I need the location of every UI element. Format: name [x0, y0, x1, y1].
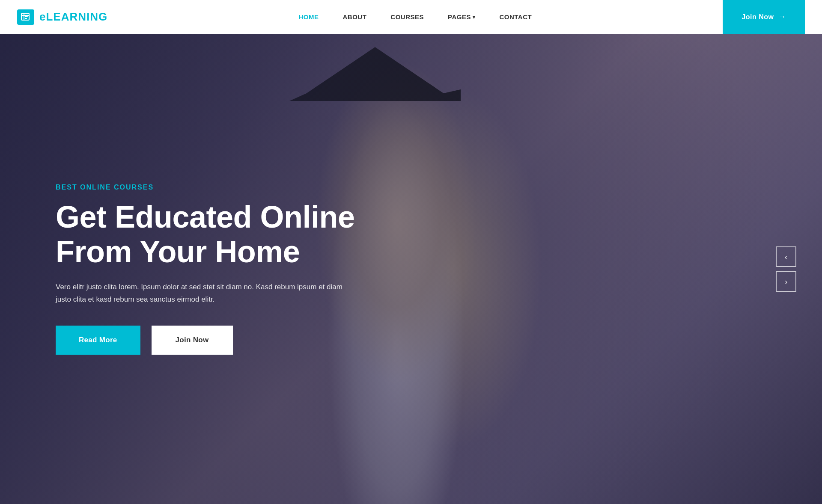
logo[interactable]: eLEARNING: [17, 9, 107, 25]
svg-rect-3: [25, 16, 28, 17]
carousel-arrows: ‹ ›: [776, 246, 796, 292]
read-more-button[interactable]: Read More: [56, 326, 140, 355]
svg-rect-4: [25, 18, 27, 19]
join-now-button[interactable]: Join Now: [152, 326, 233, 355]
main-nav: HOME ABOUT COURSES PAGES ▾ CONTACT: [287, 0, 544, 34]
chevron-down-icon: ▾: [473, 15, 476, 20]
header-join-now-button[interactable]: Join Now →: [723, 0, 805, 34]
hero-buttons: Read More Join Now: [56, 326, 355, 355]
carousel-prev-button[interactable]: ‹: [776, 246, 796, 267]
book-icon: [21, 13, 30, 21]
logo-text: eLEARNING: [39, 10, 107, 24]
nav-item-contact[interactable]: CONTACT: [487, 0, 544, 34]
hero-title: Get Educated Online From Your Home: [56, 200, 355, 269]
carousel-next-button[interactable]: ›: [776, 271, 796, 292]
hero-section: BEST ONLINE COURSES Get Educated Online …: [0, 34, 822, 504]
logo-icon: [17, 9, 34, 25]
hero-subtitle: BEST ONLINE COURSES: [56, 184, 355, 191]
nav-item-pages[interactable]: PAGES ▾: [436, 0, 487, 34]
header: eLEARNING HOME ABOUT COURSES PAGES ▾ CON…: [0, 0, 822, 34]
nav-item-courses[interactable]: COURSES: [378, 0, 436, 34]
nav-item-about[interactable]: ABOUT: [331, 0, 379, 34]
arrow-right-icon: →: [778, 12, 786, 21]
hero-content: BEST ONLINE COURSES Get Educated Online …: [0, 184, 355, 354]
nav-item-home[interactable]: HOME: [287, 0, 331, 34]
hero-description: Vero elitr justo clita lorem. Ipsum dolo…: [56, 281, 355, 306]
